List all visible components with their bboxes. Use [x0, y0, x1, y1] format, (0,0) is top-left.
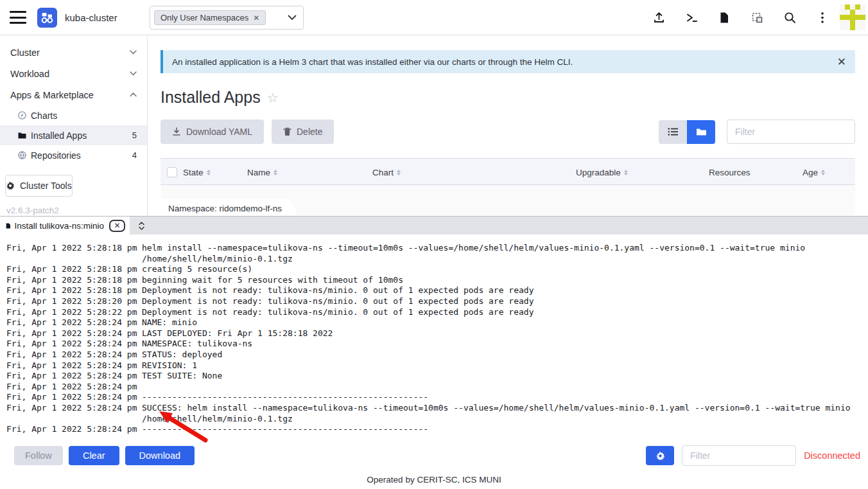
log-message: REVISION: 1 [142, 360, 862, 371]
sidebar-section-apps-marketplace[interactable]: Apps & Marketplace [0, 84, 147, 105]
log-message: creating 5 resource(s) [142, 264, 862, 275]
log-timestamp: Fri, Apr 1 2022 5:28:24 pm [6, 403, 142, 424]
download-kubeconfig-button[interactable] [717, 11, 731, 25]
copy-icon [751, 11, 764, 24]
log-message: helm install --namespace=tulikova-ns --t… [142, 243, 862, 264]
footer-text: Operated by CERIT-SC, ICS MUNI [367, 475, 501, 485]
log-panel-close-button[interactable]: ✕ [109, 220, 125, 232]
folder-view-button[interactable] [687, 120, 715, 144]
log-line: Fri, Apr 1 2022 5:28:24 pm REVISION: 1 [6, 360, 862, 371]
sidebar-item-count: 4 [132, 150, 137, 160]
namespace-filter-tag-label: Only User Namespaces [161, 13, 248, 22]
kebab-menu-button[interactable] [815, 11, 829, 25]
download-log-button[interactable]: Download [125, 446, 195, 465]
log-line: Fri, Apr 1 2022 5:28:20 pm Deployment is… [6, 296, 862, 307]
sidebar-item-label: Repositories [31, 150, 81, 161]
table-body: Namespace: ridomdemo-lf-ns [161, 185, 855, 215]
sidebar-section-label: Apps & Marketplace [10, 90, 94, 100]
log-message: ----------------------------------------… [142, 424, 862, 435]
list-view-button[interactable] [659, 120, 687, 144]
chevron-down-icon [130, 50, 137, 55]
search-button[interactable] [783, 11, 797, 25]
delete-label: Delete [297, 127, 322, 137]
chevron-down-icon[interactable] [288, 15, 297, 21]
log-panel-tab-bar: Install tulikova-ns:minio ✕ [0, 217, 868, 235]
sidebar-section-workload[interactable]: Workload [0, 63, 147, 84]
log-timestamp: Fri, Apr 1 2022 5:28:24 pm [6, 328, 142, 339]
log-line: Fri, Apr 1 2022 5:28:22 pm Deployment is… [6, 307, 862, 318]
log-panel-tab[interactable]: Install tulikova-ns:minio ✕ [0, 217, 130, 235]
page-footer: Operated by CERIT-SC, ICS MUNI [0, 470, 868, 489]
cluster-name: kuba-cluster [65, 12, 117, 23]
sidebar-item-repositories[interactable]: Repositories 4 [0, 145, 147, 165]
log-timestamp: Fri, Apr 1 2022 5:28:18 pm [6, 243, 142, 264]
sidebar-section-cluster[interactable]: Cluster [0, 42, 147, 63]
log-settings-button[interactable] [646, 446, 674, 465]
delete-button[interactable]: Delete [272, 120, 334, 144]
column-header-resources[interactable]: Resources [709, 159, 751, 186]
copy-kubeconfig-button[interactable] [750, 11, 764, 25]
log-timestamp: Fri, Apr 1 2022 5:28:24 pm [6, 339, 142, 350]
sort-icon [821, 170, 825, 175]
connection-status: Disconnected [804, 450, 860, 461]
sidebar-item-installed-apps[interactable]: Installed Apps 5 [0, 125, 147, 145]
download-yaml-button[interactable]: Download YAML [161, 120, 264, 144]
log-filter-input[interactable] [682, 445, 796, 466]
log-message: ----------------------------------------… [142, 392, 862, 403]
log-message: Deployment is not ready: tulikova-ns/min… [142, 307, 862, 318]
resize-chevrons-icon [138, 221, 145, 231]
kubectl-shell-button[interactable] [684, 11, 699, 25]
list-view-icon [668, 127, 679, 136]
log-panel-controls: Follow Clear Download Disconnected [0, 442, 868, 469]
log-timestamp: Fri, Apr 1 2022 5:28:18 pm [6, 285, 142, 296]
column-header-name[interactable]: Name [247, 159, 277, 186]
clear-button[interactable]: Clear [69, 446, 119, 465]
namespace-group-label: Namespace: ridomdemo-lf-ns [168, 204, 282, 213]
table-filter-input[interactable] [727, 120, 855, 144]
log-panel: Install tulikova-ns:minio ✕ Fri, Apr 1 2… [0, 216, 868, 489]
import-yaml-button[interactable] [652, 11, 666, 25]
log-panel-tab-title: Install tulikova-ns:minio [14, 221, 104, 231]
chevron-down-icon [130, 71, 137, 76]
column-header-upgradable[interactable]: Upgradable [576, 159, 628, 186]
table-actions-row: Download YAML Delete [161, 120, 855, 144]
page-title: Installed Apps [161, 88, 261, 107]
rancher-logo-icon [40, 11, 54, 24]
sidebar-item-label: Installed Apps [31, 130, 87, 141]
cluster-tools-button[interactable]: Cluster Tools [5, 175, 73, 197]
log-line: Fri, Apr 1 2022 5:28:24 pm STATUS: deplo… [6, 350, 862, 360]
banner-close-icon[interactable]: ✕ [837, 57, 846, 67]
sidebar-section-label: Workload [10, 69, 49, 79]
column-header-age[interactable]: Age [803, 159, 825, 186]
sort-icon [207, 170, 211, 175]
kubectl-shell-icon [685, 11, 699, 24]
favorite-star-icon[interactable]: ☆ [267, 90, 279, 105]
table-header-row: State Name Chart Upgradable Resources Ag… [161, 158, 855, 185]
upload-icon [652, 11, 666, 24]
sidebar-item-charts[interactable]: Charts [0, 105, 147, 125]
log-line: Fri, Apr 1 2022 5:28:18 pm creating 5 re… [6, 264, 862, 275]
log-message: SUCCESS: helm install --namespace=tuliko… [142, 403, 862, 424]
log-message: Deployment is not ready: tulikova-ns/min… [142, 296, 862, 307]
tag-remove-icon[interactable]: ✕ [253, 14, 259, 22]
follow-button[interactable]: Follow [14, 446, 63, 465]
log-timestamp: Fri, Apr 1 2022 5:28:24 pm [6, 360, 142, 371]
gear-icon [655, 451, 665, 461]
log-timestamp: Fri, Apr 1 2022 5:28:24 pm [6, 350, 142, 360]
rancher-logo[interactable] [37, 8, 57, 28]
header-actions [652, 0, 829, 35]
column-header-state[interactable]: State [183, 159, 211, 186]
log-line: Fri, Apr 1 2022 5:28:24 pm SUCCESS: helm… [6, 403, 862, 424]
rancher-version: v2.6.3-patch2 [6, 206, 147, 215]
column-header-chart[interactable]: Chart [372, 159, 401, 186]
hamburger-menu-icon[interactable] [10, 11, 26, 24]
log-message: beginning wait for 5 resources with time… [142, 275, 862, 286]
panel-resize-handle[interactable] [138, 221, 145, 231]
user-avatar[interactable] [840, 4, 865, 30]
namespace-filter-tag[interactable]: Only User Namespaces ✕ [154, 10, 266, 25]
trash-icon [283, 127, 291, 136]
namespace-filter-dropdown[interactable]: Only User Namespaces ✕ [150, 6, 304, 30]
sidebar-item-label: Charts [31, 111, 57, 121]
select-all-checkbox[interactable] [167, 167, 177, 177]
cluster-tools-label: Cluster Tools [20, 181, 72, 191]
